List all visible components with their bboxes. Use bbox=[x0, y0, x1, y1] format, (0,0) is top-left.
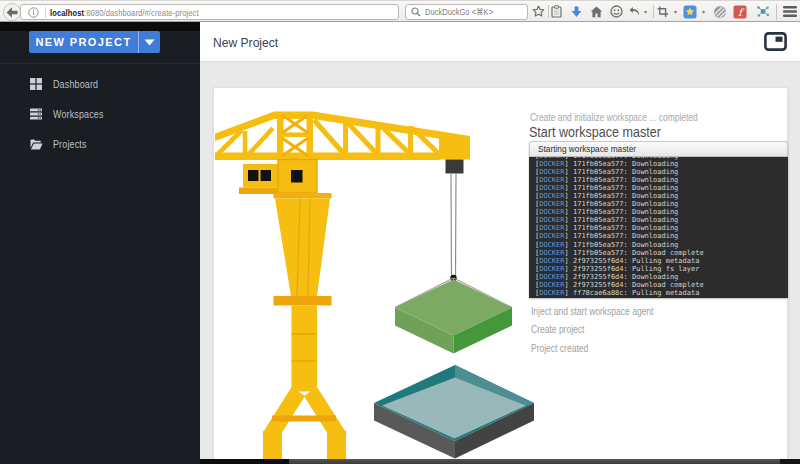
workspace-status-list: Inject and start workspace agent Create … bbox=[531, 305, 682, 360]
console-title: Starting workspace master bbox=[529, 141, 788, 157]
emoji-icon[interactable] bbox=[608, 1, 624, 22]
console-line: [DOCKER] 2f973255f6d4: Downloading bbox=[535, 273, 788, 281]
page-title: New Project bbox=[213, 35, 278, 50]
workspace-step-complete: Create and initialize workspace ... comp… bbox=[530, 111, 698, 123]
new-project-dropdown[interactable] bbox=[138, 31, 160, 53]
browser-toolbar: localhost:8080/dashboard/#/create-projec… bbox=[0, 0, 800, 22]
disconnect-icon[interactable] bbox=[713, 1, 727, 22]
clipboard-icon[interactable] bbox=[548, 1, 564, 22]
menu-icon[interactable] bbox=[783, 1, 797, 22]
console-line: [DOCKER] 2f973255f6d4: Pulling metadata bbox=[535, 257, 788, 265]
projects-folder-icon bbox=[30, 138, 44, 150]
sidebar-item-label: Workspaces bbox=[53, 108, 104, 120]
new-project-label[interactable]: NEW PROJECT bbox=[29, 31, 138, 53]
console-line: [DOCKER] 171fb05ea577: Downloading bbox=[535, 160, 788, 168]
create-project-panel: Create and initialize workspace ... comp… bbox=[213, 87, 788, 464]
chevron-down-icon bbox=[144, 39, 155, 46]
teal-tray bbox=[374, 365, 534, 459]
green-platform bbox=[395, 280, 512, 354]
workspaces-stack-icon bbox=[30, 108, 44, 120]
console-line: [DOCKER] 171fb05ea577: Downloading bbox=[535, 168, 788, 176]
console-line: [DOCKER] 171fb05ea577: Downloading bbox=[535, 232, 788, 240]
crop-caret-icon[interactable]: ▾ bbox=[674, 1, 677, 22]
star-extension-caret-icon[interactable]: ▾ bbox=[702, 1, 705, 22]
status-line: Inject and start workspace agent bbox=[531, 305, 653, 323]
console-line: [DOCKER] 2f973255f6d4: Pulling fs layer bbox=[535, 265, 788, 273]
star-extension-icon[interactable] bbox=[683, 1, 697, 22]
home-icon[interactable] bbox=[587, 1, 605, 22]
status-line: Create project bbox=[531, 323, 653, 341]
console-line: [DOCKER] ff78cae6a88c: Pulling metadata bbox=[535, 289, 788, 297]
status-line: Project created bbox=[531, 342, 653, 360]
main-header: New Project bbox=[200, 22, 800, 62]
undo-icon[interactable] bbox=[626, 1, 642, 22]
bottom-band-left bbox=[200, 459, 289, 464]
console-line: [DOCKER] 171fb05ea577: Download complete bbox=[535, 249, 788, 257]
undo-caret-icon[interactable]: ▾ bbox=[644, 1, 647, 22]
workspace-console: Starting workspace master [DOCKER] 171fb… bbox=[529, 141, 788, 298]
flash-icon[interactable]: f bbox=[733, 1, 747, 22]
network-icon[interactable] bbox=[756, 1, 770, 22]
console-line: [DOCKER] 171fb05ea577: Downloading bbox=[535, 176, 788, 184]
sidebar-item-label: Dashboard bbox=[53, 78, 98, 90]
content-area: Create and initialize workspace ... comp… bbox=[200, 62, 800, 464]
console-output[interactable]: [DOCKER] 171fb05ea577: Downloading[DOCKE… bbox=[529, 157, 788, 298]
console-line: [DOCKER] 171fb05ea577: Downloading bbox=[535, 208, 788, 216]
sidebar-item-dashboard[interactable]: Dashboard bbox=[0, 69, 200, 99]
console-line: [DOCKER] 171fb05ea577: Downloading bbox=[535, 184, 788, 192]
new-project-button[interactable]: NEW PROJECT bbox=[29, 31, 160, 53]
crane-cab bbox=[239, 160, 317, 195]
dashboard-grid-icon bbox=[30, 78, 44, 90]
bottom-band-mid bbox=[289, 459, 780, 464]
sidebar-top-strip bbox=[0, 22, 200, 31]
crane-mast bbox=[262, 193, 347, 460]
bookmark-star-icon[interactable] bbox=[528, 1, 548, 22]
bottom-band bbox=[200, 459, 800, 464]
console-line: [DOCKER] 171fb05ea577: Downloading bbox=[535, 216, 788, 224]
sidebar-item-workspaces[interactable]: Workspaces bbox=[0, 99, 200, 129]
crane-jib bbox=[215, 112, 470, 161]
console-line: [DOCKER] 171fb05ea577: Downloading bbox=[535, 224, 788, 232]
console-line: [DOCKER] 2f973255f6d4: Download complete bbox=[535, 281, 788, 289]
sidebar-item-label: Projects bbox=[53, 138, 87, 150]
console-line: [DOCKER] 171fb05ea577: Downloading bbox=[535, 192, 788, 200]
crop-icon[interactable] bbox=[655, 1, 670, 22]
console-line: [DOCKER] 171fb05ea577: Downloading bbox=[535, 200, 788, 208]
toolbar-icons: ▾ ▾ ▾ f bbox=[0, 1, 800, 22]
sidebar: NEW PROJECT Dashboard Workspaces Project… bbox=[0, 22, 200, 464]
download-icon[interactable] bbox=[568, 1, 584, 22]
ide-window-button[interactable] bbox=[764, 32, 787, 55]
ide-window-icon bbox=[764, 32, 787, 51]
console-line: [DOCKER] 171fb05ea577: Downloading bbox=[535, 241, 788, 249]
bottom-band-right bbox=[780, 459, 800, 464]
sidebar-menu: Dashboard Workspaces Projects bbox=[0, 63, 200, 159]
sidebar-item-projects[interactable]: Projects bbox=[0, 129, 200, 159]
workspace-step-heading: Start workspace master bbox=[529, 123, 661, 141]
